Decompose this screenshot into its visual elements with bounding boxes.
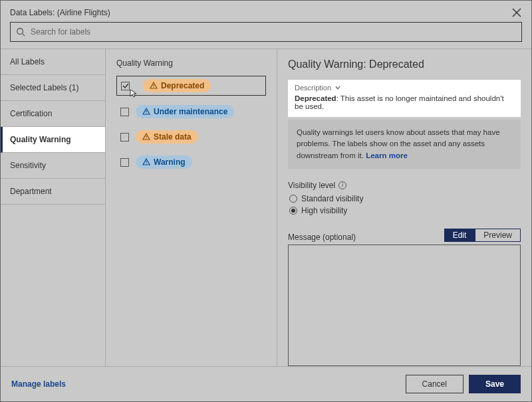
save-button[interactable]: Save	[469, 375, 521, 393]
close-icon	[512, 8, 521, 17]
radio-icon	[289, 195, 297, 203]
search-icon	[16, 27, 25, 37]
search-container	[1, 22, 531, 49]
sidebar-item-all-labels[interactable]: All Labels	[1, 49, 105, 75]
label-list-title: Quality Warning	[116, 58, 266, 68]
close-button[interactable]	[510, 6, 523, 19]
label-row-under-maintenance[interactable]: Under maintenance	[116, 102, 266, 121]
checkbox-deprecated[interactable]	[121, 82, 130, 90]
message-section: Message (optional) Edit Preview	[288, 229, 521, 366]
data-labels-dialog: Data Labels: (Airline Flights) All Label…	[0, 0, 532, 402]
sidebar-item-department[interactable]: Department	[1, 179, 105, 205]
chevron-down-icon	[334, 84, 341, 91]
label-list-panel: Quality Warning Deprecated Under mainten…	[106, 49, 277, 366]
tag-label: Under maintenance	[154, 107, 227, 116]
edit-tab[interactable]: Edit	[444, 229, 475, 242]
svg-point-5	[153, 87, 154, 88]
search-input[interactable]	[31, 27, 516, 37]
svg-point-7	[146, 113, 146, 114]
description-text: Deprecated: This asset is no longer main…	[295, 94, 514, 110]
checkbox-warning[interactable]	[120, 158, 129, 167]
message-mode-toggle: Edit Preview	[444, 229, 521, 242]
search-field[interactable]	[10, 22, 522, 42]
detail-title: Quality Warning: Deprecated	[288, 58, 521, 70]
warning-icon	[150, 82, 158, 90]
preview-tab[interactable]: Preview	[475, 229, 521, 242]
dialog-footer: Manage labels Cancel Save	[1, 366, 531, 401]
description-box: Description Deprecated: This asset is no…	[288, 80, 521, 117]
svg-point-11	[146, 163, 146, 164]
svg-line-3	[23, 34, 25, 37]
label-row-warning[interactable]: Warning	[116, 153, 266, 171]
cancel-button[interactable]: Cancel	[406, 375, 464, 393]
description-name: Deprecated	[295, 94, 336, 102]
sidebar-item-sensitivity[interactable]: Sensitivity	[1, 153, 105, 179]
message-header: Message (optional) Edit Preview	[288, 229, 521, 242]
warning-icon	[142, 158, 150, 166]
svg-point-9	[146, 138, 146, 139]
sidebar-item-certification[interactable]: Certification	[1, 101, 105, 127]
dialog-body: All Labels Selected Labels (1) Certifica…	[1, 49, 531, 366]
radio-standard-visibility[interactable]: Standard visibility	[289, 194, 521, 203]
dialog-header: Data Labels: (Airline Flights)	[1, 1, 531, 22]
learn-more-link[interactable]: Learn more	[366, 151, 408, 159]
info-box: Quality warnings let users know about as…	[288, 120, 521, 169]
tag-deprecated: Deprecated	[143, 79, 211, 92]
dialog-title: Data Labels: (Airline Flights)	[10, 8, 110, 17]
checkbox-under-maintenance[interactable]	[120, 108, 129, 116]
warning-icon	[142, 133, 150, 141]
description-head-label: Description	[295, 84, 331, 92]
label-row-stale-data[interactable]: Stale data	[116, 128, 266, 146]
message-textarea[interactable]	[288, 245, 521, 366]
tag-label: Stale data	[154, 132, 192, 142]
detail-panel: Quality Warning: Deprecated Description …	[277, 49, 531, 366]
radio-high-visibility[interactable]: High visibility	[289, 206, 521, 215]
label-row-deprecated[interactable]: Deprecated	[116, 76, 266, 96]
tag-stale-data: Stale data	[136, 130, 198, 144]
tag-under-maintenance: Under maintenance	[136, 105, 234, 118]
tag-warning: Warning	[136, 155, 192, 169]
message-label: Message (optional)	[288, 233, 356, 242]
sidebar-item-quality-warning[interactable]: Quality Warning	[1, 127, 105, 153]
checkmark-icon	[122, 82, 129, 89]
warning-icon	[142, 108, 150, 116]
radio-icon	[289, 207, 297, 215]
svg-point-2	[17, 29, 23, 35]
tag-label: Warning	[154, 157, 186, 167]
description-toggle[interactable]: Description	[295, 84, 514, 92]
tag-label: Deprecated	[161, 81, 204, 90]
info-icon[interactable]: i	[338, 181, 346, 189]
footer-buttons: Cancel Save	[406, 375, 521, 393]
visibility-label: Visibility level	[288, 181, 335, 190]
radio-label: Standard visibility	[301, 194, 363, 203]
checkbox-stale-data[interactable]	[120, 133, 129, 142]
visibility-label-row: Visibility level i	[288, 181, 521, 190]
radio-label: High visibility	[301, 206, 347, 215]
sidebar: All Labels Selected Labels (1) Certifica…	[1, 49, 106, 366]
manage-labels-link[interactable]: Manage labels	[11, 379, 66, 389]
sidebar-item-selected-labels[interactable]: Selected Labels (1)	[1, 75, 105, 101]
